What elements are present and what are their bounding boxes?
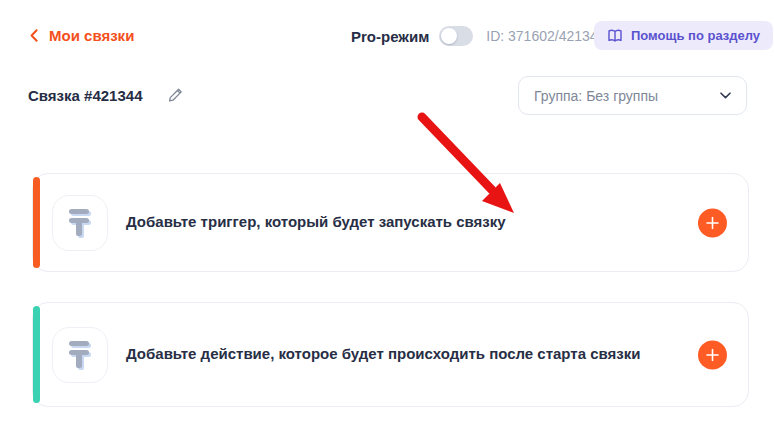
- pro-mode-row: Pro-режим ID: 371602/421344: [351, 25, 605, 47]
- edit-title-button[interactable]: [164, 84, 186, 106]
- add-trigger-button[interactable]: [698, 208, 727, 237]
- help-button[interactable]: Помощь по разделу: [594, 21, 773, 50]
- plus-icon: [706, 216, 719, 229]
- action-icon: [52, 327, 108, 383]
- add-action-button[interactable]: [698, 340, 727, 369]
- plus-icon: [706, 348, 719, 361]
- bundle-editor-page: Мои связки Pro-режим ID: 371602/421344 П…: [0, 0, 774, 434]
- add-trigger-label: Добавьте триггер, который будет запускат…: [126, 213, 596, 232]
- chevron-down-icon: [720, 92, 731, 99]
- group-select-value: Группа: Без группы: [534, 88, 658, 104]
- add-action-label: Добавьте действие, которое будет происхо…: [126, 345, 731, 364]
- pro-mode-label: Pro-режим: [351, 28, 429, 45]
- bundle-id-text: ID: 371602/421344: [486, 28, 605, 44]
- pro-mode-toggle[interactable]: [439, 26, 473, 46]
- pencil-icon: [167, 87, 184, 104]
- group-select[interactable]: Группа: Без группы: [518, 76, 747, 115]
- open-book-icon: [607, 29, 623, 43]
- back-to-bundles-link[interactable]: Мои связки: [30, 27, 134, 44]
- add-action-card[interactable]: Добавьте действие, которое будет происхо…: [32, 302, 749, 407]
- bundle-title: Связка #421344: [28, 87, 142, 104]
- chevron-left-icon: [30, 29, 38, 42]
- help-button-label: Помощь по разделу: [631, 28, 760, 43]
- add-trigger-card[interactable]: Добавьте триггер, который будет запускат…: [32, 173, 749, 272]
- back-link-label: Мои связки: [49, 27, 134, 44]
- action-accent-bar: [33, 306, 40, 403]
- trigger-accent-bar: [33, 177, 40, 268]
- trigger-icon: [52, 195, 108, 251]
- toggle-knob: [441, 28, 457, 44]
